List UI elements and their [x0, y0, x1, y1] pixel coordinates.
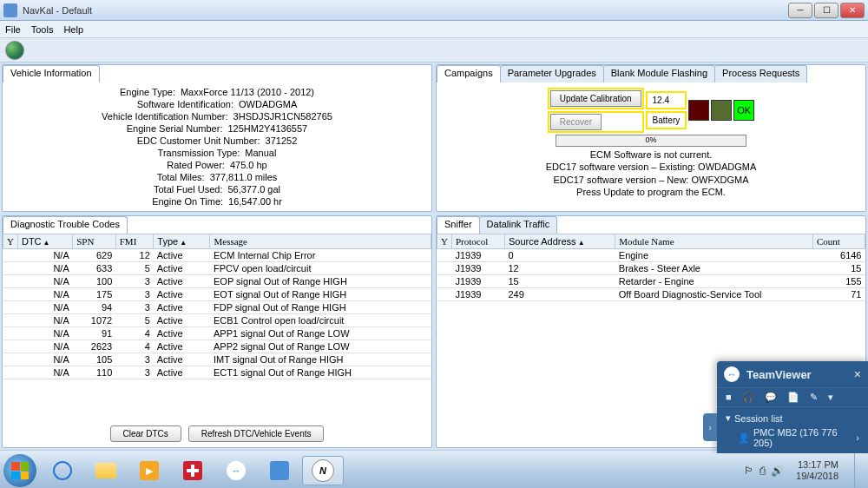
- dtc-table: Y DTC▲ SPN FMI Type▲ Message N/A62912Act…: [3, 234, 431, 379]
- minimize-button[interactable]: ─: [788, 3, 812, 18]
- taskbar-teamviewer[interactable]: ↔: [215, 456, 257, 485]
- menubar: File Tools Help: [0, 21, 868, 38]
- tv-chat-icon[interactable]: 💬: [765, 392, 777, 403]
- vehicle-info-value: OWDADGMA: [239, 99, 297, 109]
- progress-bar: 0%: [556, 135, 746, 147]
- vehicle-info-label: Rated Power:: [167, 160, 225, 170]
- dtc-row[interactable]: N/A26234ActiveAPP2 signal Out of Range L…: [3, 340, 431, 353]
- teamviewer-session-header[interactable]: ▾ Session list: [726, 412, 859, 424]
- sniffer-row[interactable]: J193912Brakes - Steer Axle15: [437, 262, 865, 275]
- window-title: NavKal - Default: [23, 5, 788, 16]
- dtc-row[interactable]: N/A62912ActiveECM Internal Chip Error: [3, 249, 431, 262]
- tab-parameter-upgrades[interactable]: Parameter Upgrades: [500, 65, 604, 82]
- windows-logo-icon: [11, 462, 29, 479]
- teamviewer-collapse-tab[interactable]: ›: [703, 413, 717, 441]
- sniffer-row[interactable]: J19390Engine6146: [437, 249, 865, 262]
- tray-flag-icon[interactable]: 🏳: [744, 465, 754, 477]
- tab-sniffer[interactable]: Sniffer: [437, 216, 480, 234]
- vehicle-info-label: Engine Serial Number:: [127, 123, 223, 134]
- chevron-down-icon: ▾: [726, 412, 731, 424]
- ie-icon: [53, 461, 72, 480]
- menu-file[interactable]: File: [5, 24, 21, 35]
- vehicle-info-row: Software Identification:OWDADGMA: [137, 99, 298, 109]
- sniffer-header-source[interactable]: Source Address▲: [504, 234, 615, 249]
- dtc-header-spn[interactable]: SPN: [73, 234, 116, 249]
- tab-process-requests[interactable]: Process Requests: [714, 65, 807, 82]
- menu-help[interactable]: Help: [63, 24, 83, 35]
- recover-button[interactable]: Recover: [550, 114, 602, 130]
- dtc-header-fmi[interactable]: FMI: [115, 234, 154, 249]
- dtc-row[interactable]: N/A914ActiveAPP1 signal Out of Range LOW: [3, 327, 431, 340]
- dtc-row[interactable]: N/A943ActiveFDP signal Out of Range HIGH: [3, 301, 431, 314]
- tab-vehicle-information[interactable]: Vehicle Information: [3, 65, 100, 82]
- taskbar-ie[interactable]: [42, 456, 83, 485]
- teamviewer-title: TeamViewer: [746, 368, 847, 381]
- tab-diagnostic-trouble-codes[interactable]: Diagnostic Trouble Codes: [3, 216, 128, 234]
- app-icon: [3, 3, 17, 17]
- vehicle-info-row: Total Fuel Used:56,377.0 gal: [154, 184, 280, 195]
- dtc-row[interactable]: N/A1753ActiveEOT signal Out of Range HIG…: [3, 288, 431, 301]
- dtc-header-filter[interactable]: Y: [3, 234, 18, 249]
- start-button[interactable]: [3, 454, 36, 487]
- tab-blank-module-flashing[interactable]: Blank Module Flashing: [603, 65, 715, 82]
- sniffer-row[interactable]: J1939249Off Board Diagnostic-Service Too…: [437, 288, 865, 301]
- taskbar-navkal[interactable]: N: [302, 456, 344, 485]
- swiss-icon: [183, 461, 202, 480]
- dtc-row[interactable]: N/A10725ActiveECB1 Control open load/cir…: [3, 314, 431, 327]
- vehicle-info-value: 56,377.0 gal: [227, 184, 280, 195]
- show-desktop-button[interactable]: [854, 453, 865, 488]
- refresh-dtc-button[interactable]: Refresh DTC/Vehicle Events: [188, 425, 325, 442]
- taskbar-explorer[interactable]: [85, 456, 127, 485]
- dtc-row[interactable]: N/A1003ActiveEOP signal Out of Range HIG…: [3, 275, 431, 288]
- sort-arrow-icon: ▲: [180, 239, 187, 247]
- teamviewer-close-button[interactable]: ×: [854, 367, 861, 381]
- dtc-row[interactable]: N/A1053ActiveIMT signal Out of Range HIG…: [3, 353, 431, 366]
- status-indicator-olive: [711, 100, 732, 121]
- taskbar-media[interactable]: ▶: [128, 456, 170, 485]
- dtc-header-dtc[interactable]: DTC▲: [17, 234, 72, 249]
- tab-datalink-traffic[interactable]: Datalink Traffic: [479, 216, 558, 234]
- voltage-display: 12.4: [646, 91, 687, 109]
- dtc-row[interactable]: N/A1103ActiveECT1 signal Out of Range HI…: [3, 366, 431, 379]
- clear-dtcs-button[interactable]: Clear DTCs: [110, 425, 181, 442]
- vehicle-info-row: Vehicle Identification Number:3HSDJSJR1C…: [102, 111, 332, 122]
- vehicle-info-value: Manual: [245, 148, 276, 158]
- tv-more-icon[interactable]: ▾: [828, 392, 833, 403]
- toolbar: [0, 38, 868, 63]
- maximize-button[interactable]: ☐: [814, 3, 838, 18]
- ecm-status-text: ECM Software is not current. EDC17 softw…: [546, 148, 757, 198]
- tv-file-icon[interactable]: 📄: [787, 392, 799, 403]
- tv-audio-icon[interactable]: 🎧: [742, 392, 754, 403]
- close-button[interactable]: ✕: [840, 3, 865, 18]
- vehicle-info-value: 16,547.00 hr: [228, 196, 282, 207]
- taskbar-app-blue[interactable]: [259, 456, 300, 485]
- tv-video-icon[interactable]: ■: [726, 392, 732, 403]
- taskbar-swiss[interactable]: [172, 456, 214, 485]
- menu-tools[interactable]: Tools: [31, 24, 54, 35]
- sniffer-header-count[interactable]: Count: [813, 234, 865, 249]
- tray-volume-icon[interactable]: 🔊: [771, 465, 784, 477]
- dtc-header-message[interactable]: Message: [210, 234, 431, 249]
- sniffer-header-filter[interactable]: Y: [437, 234, 452, 249]
- vehicle-info-value: 125HM2Y4136557: [227, 123, 307, 134]
- dtc-header-type[interactable]: Type▲: [154, 234, 210, 249]
- vehicle-info-value: 475.0 hp: [230, 160, 267, 170]
- tray-device-icon[interactable]: ⎙: [760, 465, 766, 477]
- folder-icon: [95, 463, 116, 478]
- status-indicator-green: OK: [733, 100, 754, 121]
- taskbar-clock[interactable]: 13:17 PM 19/4/2018: [789, 459, 845, 482]
- globe-icon[interactable]: [5, 41, 24, 60]
- update-calibration-button[interactable]: Update Calibration: [550, 90, 641, 107]
- sniffer-row[interactable]: J193915Retarder - Engine155: [437, 275, 865, 288]
- sniffer-header-protocol[interactable]: Protocol: [451, 234, 504, 249]
- vehicle-info-value: MaxxForce 11/13 (2010 - 2012): [181, 87, 314, 97]
- tv-draw-icon[interactable]: ✎: [810, 392, 818, 403]
- dtc-row[interactable]: N/A6335ActiveFPCV open load/circuit: [3, 262, 431, 275]
- sniffer-header-module[interactable]: Module Name: [615, 234, 813, 249]
- vehicle-info-value: 3HSDJSJR1CN582765: [233, 111, 332, 122]
- vehicle-info-label: Engine Type:: [120, 87, 175, 97]
- sort-arrow-icon: ▲: [578, 239, 585, 247]
- tab-campaigns[interactable]: Campaigns: [437, 65, 501, 82]
- teamviewer-session-item[interactable]: 👤 PMC MB2 (176 776 205) ›: [726, 424, 859, 448]
- vehicle-info-row: Transmission Type:Manual: [158, 148, 277, 158]
